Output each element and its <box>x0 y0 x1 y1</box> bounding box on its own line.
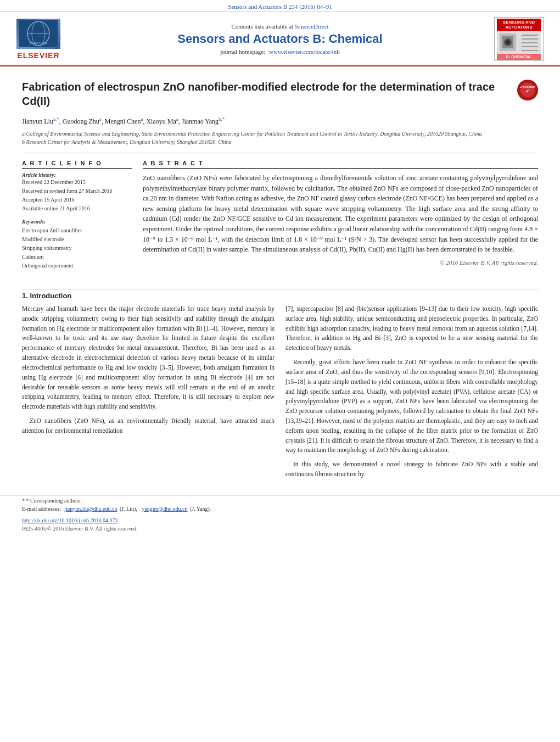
author-jianyun: Jianyun Liu <box>22 118 53 125</box>
affiliations: a College of Environmental Science and E… <box>22 130 538 146</box>
corr-label: * Corresponding authors. <box>26 498 82 504</box>
sensors-logo-bottom: B: CHEMICAL <box>497 54 541 60</box>
elsevier-logo: ELSEVIER ELSEVIER <box>11 19 66 60</box>
author-mengni: Mengni Chen <box>105 118 141 125</box>
corr-note: * * Corresponding authors. <box>22 498 538 504</box>
intro-section: 1. Introduction Mercury and bismuth have… <box>22 292 538 484</box>
paper-content: Fabrication of electrospun ZnO nanofiber… <box>0 66 560 287</box>
footnote-section: * * Corresponding authors. E-mail addres… <box>0 495 560 515</box>
affiliation-b: b Research Center for Analysis & Measure… <box>22 138 538 146</box>
keywords-label: Keywords: <box>22 219 132 225</box>
keyword-3: Stripping voltammetry <box>22 244 132 253</box>
email-2-name: (J. Yang). <box>190 506 211 512</box>
elsevier-logo-img: ELSEVIER <box>16 19 60 49</box>
author-jianmao: Jianmao Yang <box>182 118 219 125</box>
sensors-logo-top: SENSORS ANDACTUATORS <box>497 19 541 31</box>
two-col-body: Mercury and bismuth have been the major … <box>22 304 538 484</box>
crossmark-badge: CrossMark ✓ <box>517 80 538 101</box>
keywords-list: Electrospun ZnO nanofiber Modified elect… <box>22 226 132 270</box>
two-col-meta: A R T I C L E I N F O Article history: R… <box>22 160 538 276</box>
homepage-line: journal homepage: www.elsevier.com/locat… <box>66 48 494 55</box>
email-2[interactable]: yangim@dhu.edu.cn <box>142 506 187 512</box>
email-1-name: (J. Liu), <box>120 506 137 512</box>
journal-main-title: Sensors and Actuators B: Chemical <box>66 32 494 46</box>
elsevier-text: ELSEVIER <box>17 51 59 60</box>
body-col-left: Mercury and bismuth have been the major … <box>22 304 275 484</box>
keyword-5: Orthogonal experiment <box>22 261 132 270</box>
copyright-line: © 2016 Elsevier B.V. All rights reserved… <box>143 259 538 266</box>
intro-p1: Mercury and bismuth have been the major … <box>22 304 275 412</box>
affiliation-a: a College of Environmental Science and E… <box>22 130 538 138</box>
intro-p5: In this study, we demonstrated a novel s… <box>285 460 538 479</box>
sensors-logo: SENSORS ANDACTUATORS B: CHEMICAL <box>494 17 544 61</box>
doi-url[interactable]: http://dx.doi.org/10.1016/j.snb.2016.04.… <box>22 517 118 523</box>
email-label: E-mail addresses: <box>22 506 61 512</box>
history-label: Article history: <box>22 172 132 178</box>
intro-p4: Recently, great efforts have been made i… <box>285 358 538 455</box>
received-date: Received 22 December 2015 <box>22 178 132 187</box>
journal-citation: Sensors and Actuators B 234 (2016) 84–91 <box>228 3 332 10</box>
abstract-col: A B S T R A C T ZnO nanofibers (ZnO NFs)… <box>143 160 538 276</box>
abstract-text: ZnO nanofibers (ZnO NFs) were fabricated… <box>143 173 538 255</box>
sciencedirect-link[interactable]: ScienceDirect <box>295 23 329 30</box>
intro-p2: ZnO nanofibers (ZnO NFs), as an environm… <box>22 416 275 436</box>
journal-header: ELSEVIER ELSEVIER Contents lists availab… <box>0 12 560 66</box>
intro-p3: [7], supercapacitor [8] and (bio)sensor … <box>285 304 538 353</box>
svg-point-9 <box>506 40 510 44</box>
author-guodong: Guodong Zhu <box>63 118 99 125</box>
doi-line: http://dx.doi.org/10.1016/j.snb.2016.04.… <box>0 515 560 525</box>
issn-text: 0925-4005/© 2016 Elsevier B.V. All right… <box>22 526 137 532</box>
contents-line: Contents lists available at ScienceDirec… <box>66 23 494 30</box>
keywords-block: Keywords: Electrospun ZnO nanofiber Modi… <box>22 219 132 270</box>
email-1[interactable]: jianyun.liu@dhu.edu.cn <box>64 506 117 512</box>
article-info-col: A R T I C L E I N F O Article history: R… <box>22 160 132 276</box>
issn-line: 0925-4005/© 2016 Elsevier B.V. All right… <box>0 525 560 537</box>
intro-heading: 1. Introduction <box>22 292 538 300</box>
keyword-1: Electrospun ZnO nanofiber <box>22 226 132 235</box>
body-col-right: [7], supercapacitor [8] and (bio)sensor … <box>285 304 538 484</box>
email-line: E-mail addresses: jianyun.liu@dhu.edu.cn… <box>22 506 538 512</box>
article-info-heading: A R T I C L E I N F O <box>22 160 132 169</box>
contents-prefix: Contents lists available at <box>231 23 293 30</box>
article-title-section: Fabrication of electrospun ZnO nanofiber… <box>22 80 538 111</box>
journal-title-center: Contents lists available at ScienceDirec… <box>66 23 494 55</box>
body-content: 1. Introduction Mercury and bismuth have… <box>0 292 560 495</box>
affil-b-sup: b,* <box>219 116 225 122</box>
svg-text:✓: ✓ <box>525 88 530 94</box>
revised-date: Received in revised form 27 March 2016 <box>22 187 132 196</box>
online-date: Available online 21 April 2016 <box>22 204 132 213</box>
homepage-link[interactable]: www.elsevier.com/locate/snb <box>269 48 340 55</box>
history-block: Article history: Received 22 December 20… <box>22 172 132 213</box>
authors-line: Jianyun Liua,*, Guodong Zhua, Mengni Che… <box>22 116 538 126</box>
keyword-2: Modified electrode <box>22 235 132 244</box>
keyword-4: Cadmium <box>22 253 132 261</box>
accepted-date: Accepted 15 April 2016 <box>22 196 132 204</box>
star-symbol: * <box>22 498 26 504</box>
author-xiaoyu: Xiaoyu Ma <box>146 118 176 125</box>
top-bar: Sensors and Actuators B 234 (2016) 84–91 <box>0 0 560 12</box>
svg-text:ELSEVIER: ELSEVIER <box>29 41 47 45</box>
info-dates: Received 22 December 2015 Received in re… <box>22 178 132 213</box>
article-title: Fabrication of electrospun ZnO nanofiber… <box>22 80 517 108</box>
homepage-prefix: journal homepage: <box>220 48 265 55</box>
sensors-logo-img <box>497 31 541 54</box>
affil-a-sup1: a,* <box>53 116 59 122</box>
divider-2 <box>22 289 538 289</box>
abstract-heading: A B S T R A C T <box>143 160 538 169</box>
divider-1 <box>22 153 538 153</box>
